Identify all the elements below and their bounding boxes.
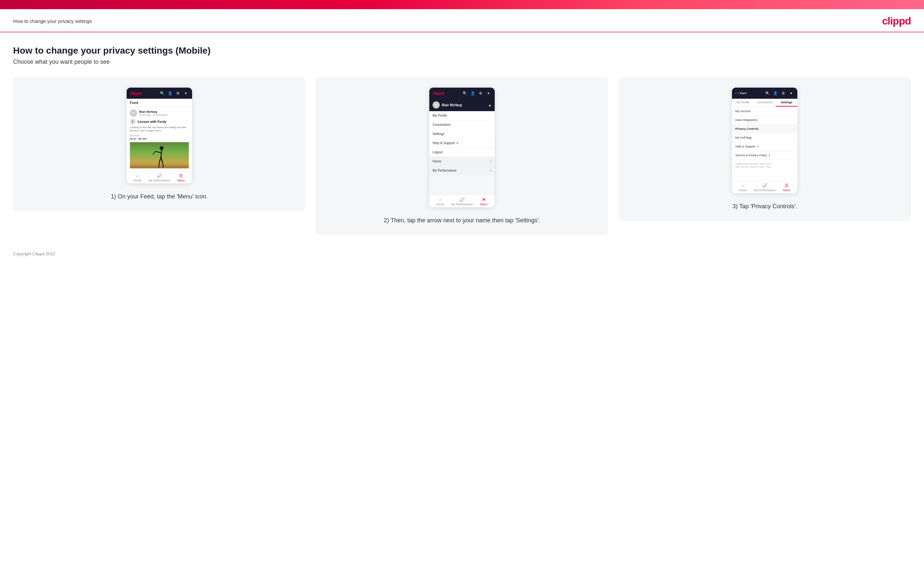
settings-item-helpsupport[interactable]: Help & Support ↗ bbox=[732, 142, 797, 151]
settings-item-privacycontrols[interactable]: Privacy Controls › bbox=[732, 124, 797, 134]
step2-caption: 2) Then, tap the arrow next to your name… bbox=[384, 216, 540, 225]
menu-home-label: Home bbox=[433, 160, 441, 163]
menu-item-helpsupport[interactable]: Help & Support ↗ bbox=[429, 139, 495, 148]
step3-caption: 3) Tap 'Privacy Controls'. bbox=[733, 202, 797, 211]
settings-item-dataintegrations[interactable]: Data Integrations › bbox=[732, 116, 797, 124]
feed-duration-label: Duration bbox=[130, 134, 189, 137]
settings-item-privacy-policy[interactable]: Service & Privacy Policy ↗ bbox=[732, 151, 797, 160]
home-icon: ⌂ bbox=[742, 183, 745, 188]
step3-spacer bbox=[732, 171, 797, 181]
step1-caption: 1) On your Feed, tap the 'Menu' icon. bbox=[111, 193, 208, 201]
settings-item-label: Privacy Controls bbox=[735, 127, 759, 131]
settings-item-myaccount[interactable]: My Account › bbox=[732, 107, 797, 116]
tab-menu[interactable]: ☰ Menu bbox=[170, 171, 192, 184]
back-label: < Back bbox=[738, 92, 747, 95]
back-arrow-icon: ‹ bbox=[735, 92, 736, 95]
svg-line-5 bbox=[161, 157, 163, 163]
step1-nav-bar: clippd 🔍 👤 ⚙ ▾ bbox=[127, 88, 192, 99]
settings-icon: ⚙ bbox=[780, 90, 786, 96]
top-bar bbox=[0, 0, 924, 9]
person-icon: 👤 bbox=[167, 90, 173, 96]
svg-line-2 bbox=[155, 152, 161, 153]
settings-item-label: My Golf Bag bbox=[735, 136, 751, 139]
lesson-icon: 🏌 bbox=[130, 119, 136, 124]
settings-tabs: My Profile Connections Settings bbox=[732, 99, 797, 107]
svg-line-7 bbox=[163, 163, 163, 168]
menu-item-settings[interactable]: Settings bbox=[429, 129, 495, 139]
step2-tab-bar: ⌂ Home 📈 My Performance ✕ Menu bbox=[429, 195, 495, 207]
chart-icon: 📈 bbox=[157, 173, 162, 178]
copyright: Copyright Clippd 2022 bbox=[13, 251, 55, 256]
svg-line-3 bbox=[153, 152, 155, 155]
menu-item-connections[interactable]: Connections bbox=[429, 120, 495, 129]
main-content: How to change your privacy settings (Mob… bbox=[0, 32, 924, 242]
golfer-silhouette bbox=[150, 145, 168, 168]
svg-line-1 bbox=[161, 150, 162, 157]
step3-nav-icons: 🔍 👤 ⚙ ▾ bbox=[765, 90, 794, 96]
tab-home[interactable]: ⌂ Home bbox=[732, 181, 754, 193]
tab-menu[interactable]: ✕ Menu bbox=[473, 195, 495, 207]
step2-nav-bar: clippd 🔍 👤 ⚙ ▾ bbox=[429, 88, 495, 99]
tab-connections[interactable]: Connections bbox=[754, 99, 776, 106]
back-button[interactable]: ‹ < Back bbox=[735, 92, 747, 95]
home-icon: ⌂ bbox=[136, 173, 139, 178]
chart-icon: 📈 bbox=[762, 183, 767, 188]
feed-author: Blair McHarg bbox=[139, 110, 167, 113]
feed-post-header: B Blair McHarg Yesterday · Sunningdale bbox=[130, 110, 189, 117]
tab-home[interactable]: ⌂ Home bbox=[429, 195, 451, 207]
page-heading: How to change your privacy settings (Mob… bbox=[13, 45, 911, 56]
tab-performance[interactable]: 📈 My Performance bbox=[451, 195, 473, 207]
step1-logo: clippd bbox=[130, 91, 141, 96]
tab-performance[interactable]: 📈 My Performance bbox=[754, 181, 776, 193]
feed-lesson-row: 🏌 Lesson with Fordy bbox=[130, 119, 189, 124]
tab-home[interactable]: ⌂ Home bbox=[127, 171, 149, 184]
tab-myprofile[interactable]: My Profile bbox=[732, 99, 754, 106]
step1-tab-bar: ⌂ Home 📈 My Performance ☰ Menu bbox=[127, 171, 192, 184]
menu-item-myprofile[interactable]: My Profile bbox=[429, 111, 495, 120]
step3-nav-bar: ‹ < Back 🔍 👤 ⚙ ▾ bbox=[732, 88, 797, 99]
menu-icon: ☰ bbox=[179, 173, 183, 178]
home-icon: ⌂ bbox=[439, 197, 441, 202]
menu-user-info: B Blair McHarg bbox=[433, 102, 462, 108]
step-2-phone: clippd 🔍 👤 ⚙ ▾ B Blair McHarg ▲ bbox=[429, 88, 495, 207]
tab-performance[interactable]: 📈 My Performance bbox=[148, 171, 170, 184]
feed-duration: 01 hr : 30 min bbox=[130, 137, 189, 140]
menu-spacer bbox=[429, 175, 495, 195]
chevron-down-icon: ▾ bbox=[490, 160, 491, 163]
menu-performance-label: My Performance bbox=[433, 169, 456, 172]
search-icon: 🔍 bbox=[462, 90, 468, 96]
header-title: How to change your privacy settings bbox=[13, 18, 92, 24]
settings-item-mygolfbag[interactable]: My Golf Bag › bbox=[732, 134, 797, 142]
feed-post: B Blair McHarg Yesterday · Sunningdale 🏌… bbox=[127, 107, 192, 171]
feed-image bbox=[130, 142, 189, 168]
svg-line-6 bbox=[159, 163, 159, 168]
step-1-card: clippd 🔍 👤 ⚙ ▾ Feed B Blair McHarg bbox=[13, 77, 305, 211]
header: How to change your privacy settings clip… bbox=[0, 9, 924, 32]
tab-menu[interactable]: ☰ Menu bbox=[776, 181, 798, 193]
person-icon: 👤 bbox=[772, 90, 779, 96]
menu-icon: ☰ bbox=[785, 183, 788, 188]
settings-version: Clippd Client Version: 2022.8.3-3 SQL Se… bbox=[732, 160, 797, 171]
version-line-2: SQL Server Version: 2022.7.30-1 bbox=[735, 165, 794, 168]
chart-icon: 📈 bbox=[459, 197, 465, 202]
settings-item-label: Service & Privacy Policy ↗ bbox=[735, 154, 771, 157]
step3-tab-bar: ⌂ Home 📈 My Performance ☰ Menu bbox=[732, 181, 797, 193]
steps-row: clippd 🔍 👤 ⚙ ▾ Feed B Blair McHarg bbox=[13, 77, 911, 235]
feed-date: Yesterday · Sunningdale bbox=[139, 113, 167, 116]
feed-label: Feed bbox=[127, 99, 192, 107]
step2-logo: clippd bbox=[433, 91, 444, 96]
tab-settings[interactable]: Settings bbox=[776, 99, 798, 106]
menu-home-row[interactable]: Home ▾ bbox=[429, 157, 495, 166]
footer: Copyright Clippd 2022 bbox=[0, 242, 924, 263]
search-icon: 🔍 bbox=[159, 90, 165, 96]
menu-item-logout[interactable]: Logout bbox=[429, 148, 495, 157]
chevron-right-icon: › bbox=[793, 136, 794, 139]
menu-performance-row[interactable]: My Performance ▾ bbox=[429, 166, 495, 175]
settings-icon: ⚙ bbox=[478, 90, 484, 96]
menu-chevron-up-icon: ▲ bbox=[488, 103, 491, 107]
settings-item-label: My Account bbox=[735, 110, 751, 113]
chevron-right-icon: › bbox=[793, 110, 794, 113]
person-icon: 👤 bbox=[470, 90, 476, 96]
step1-nav-icons: 🔍 👤 ⚙ ▾ bbox=[159, 90, 189, 96]
avatar: B bbox=[433, 102, 440, 108]
